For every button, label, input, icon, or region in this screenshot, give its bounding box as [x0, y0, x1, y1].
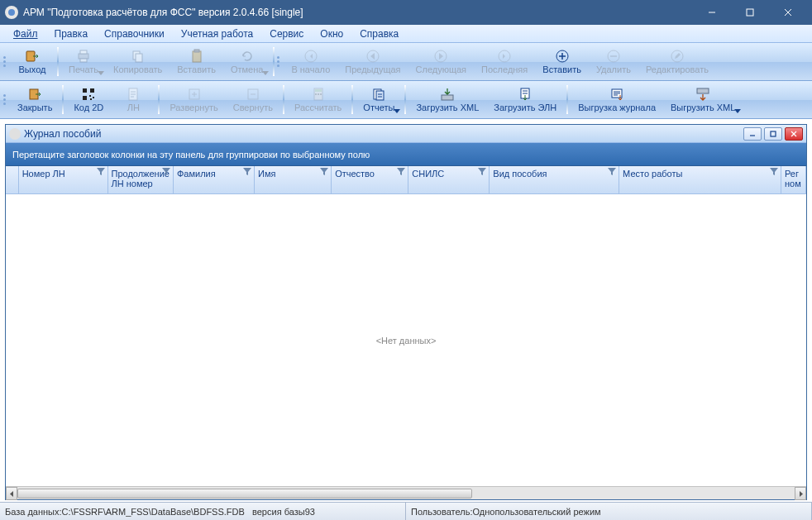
- undo-label: Отмена: [231, 64, 263, 74]
- column-header-familiya[interactable]: Фамилия: [174, 166, 255, 193]
- print-button[interactable]: Печать: [61, 45, 106, 78]
- insert-icon: [554, 49, 571, 64]
- window-maximize-button[interactable]: [731, 0, 769, 25]
- column-header-prodolzhenie[interactable]: Продолжение ЛН номер: [108, 166, 174, 193]
- window-titlebar: АРМ "Подготовка расчётов для ФСС" версия…: [0, 0, 812, 25]
- undo-icon: [239, 49, 256, 64]
- export-journal-button[interactable]: Выгрузка журнала: [571, 83, 663, 116]
- code2d-button[interactable]: Код 2D: [66, 83, 111, 116]
- svg-point-32: [315, 93, 317, 95]
- undo-button[interactable]: Отмена: [223, 45, 270, 78]
- load-eln-icon: [517, 87, 533, 102]
- svg-rect-11: [193, 51, 201, 62]
- menu-file[interactable]: Файл: [13, 28, 38, 40]
- collapse-icon: [245, 87, 261, 102]
- filter-icon[interactable]: [243, 168, 251, 176]
- first-label: В начало: [291, 64, 330, 74]
- filter-icon[interactable]: [97, 168, 105, 176]
- child-minimize-button[interactable]: [743, 127, 762, 141]
- scroll-right-button[interactable]: [795, 487, 806, 500]
- load-xml-button[interactable]: Загрузить XML: [408, 83, 486, 116]
- filter-icon[interactable]: [397, 168, 405, 176]
- column-header-imya[interactable]: Имя: [255, 166, 332, 193]
- filter-icon[interactable]: [608, 168, 616, 176]
- menu-window[interactable]: Окно: [320, 28, 343, 40]
- toolbar-journal: Закрыть Код 2D ЛН Развернуть Свернуть Ра…: [0, 81, 812, 119]
- export-xml-button[interactable]: Выгрузить XML: [663, 83, 743, 116]
- exit-icon: [24, 49, 41, 64]
- copy-button[interactable]: Копировать: [106, 45, 170, 78]
- filter-icon[interactable]: [770, 168, 778, 176]
- toolbar-grip-2[interactable]: [277, 45, 282, 78]
- child-maximize-button[interactable]: [764, 127, 782, 141]
- last-label: Последняя: [481, 64, 528, 74]
- svg-point-0: [8, 9, 15, 16]
- edit-record-button[interactable]: Редактировать: [638, 45, 716, 78]
- load-xml-label: Загрузить XML: [416, 103, 479, 112]
- group-by-panel[interactable]: Перетащите заголовок колонки на эту пане…: [6, 143, 806, 166]
- menu-edit[interactable]: Правка: [55, 28, 88, 40]
- column-header-nomer-ln[interactable]: Номер ЛН: [19, 166, 108, 193]
- insert-record-button[interactable]: Вставить: [535, 45, 589, 78]
- export-journal-label: Выгрузка журнала: [578, 103, 656, 112]
- horizontal-scrollbar[interactable]: [6, 486, 806, 499]
- load-eln-button[interactable]: Загрузить ЭЛН: [486, 83, 564, 116]
- prev-icon: [365, 49, 381, 64]
- prev-record-button[interactable]: Предыдущая: [337, 45, 408, 78]
- menu-help[interactable]: Справка: [360, 28, 399, 40]
- calculate-button[interactable]: Рассчитать: [287, 83, 349, 116]
- export-xml-label: Выгрузить XML: [671, 103, 735, 112]
- menu-refs[interactable]: Справочники: [104, 28, 165, 40]
- column-header-reg-nom[interactable]: Рег ном: [781, 166, 806, 193]
- toolbar-grip-3[interactable]: [3, 83, 8, 116]
- prev-label: Предыдущая: [345, 64, 400, 74]
- column-header-mesto-raboty[interactable]: Место работы: [619, 166, 781, 193]
- load-xml-icon: [439, 87, 456, 102]
- svg-rect-12: [194, 50, 199, 52]
- filter-icon[interactable]: [320, 168, 328, 176]
- paste-button[interactable]: Вставить: [170, 45, 223, 78]
- column-header-vid-posobiya[interactable]: Вид пособия: [490, 166, 619, 193]
- grid-column-headers: Номер ЛН Продолжение ЛН номер Фамилия Им…: [6, 166, 806, 194]
- svg-rect-25: [93, 97, 94, 98]
- first-record-button[interactable]: В начало: [284, 45, 337, 78]
- next-record-button[interactable]: Следующая: [408, 45, 475, 78]
- copy-label: Копировать: [113, 64, 162, 74]
- svg-rect-31: [315, 89, 322, 92]
- reports-button[interactable]: Отчеты: [356, 83, 402, 116]
- menu-acct[interactable]: Учетная работа: [181, 28, 253, 40]
- expand-icon: [186, 87, 203, 102]
- expand-button[interactable]: Развернуть: [162, 83, 225, 116]
- export-xml-icon: [695, 87, 711, 102]
- filter-icon[interactable]: [162, 168, 170, 176]
- collapse-button[interactable]: Свернуть: [226, 83, 280, 116]
- menu-service[interactable]: Сервис: [270, 28, 303, 40]
- scroll-left-button[interactable]: [6, 487, 17, 500]
- exit-button[interactable]: Выход: [10, 45, 55, 78]
- ln-button[interactable]: ЛН: [111, 83, 155, 116]
- filter-icon[interactable]: [478, 168, 486, 176]
- close-tab-button[interactable]: Закрыть: [10, 83, 60, 116]
- svg-rect-40: [697, 88, 709, 93]
- row-indicator-header[interactable]: [6, 166, 19, 193]
- svg-rect-21: [83, 88, 87, 93]
- collapse-label: Свернуть: [233, 103, 273, 112]
- last-record-button[interactable]: Последняя: [474, 45, 535, 78]
- reports-icon: [370, 87, 387, 102]
- column-header-otchestvo[interactable]: Отчество: [332, 166, 408, 193]
- export-journal-icon: [609, 87, 625, 102]
- scroll-thumb[interactable]: [17, 489, 472, 499]
- window-close-button[interactable]: [769, 0, 807, 25]
- paste-icon: [189, 49, 205, 64]
- last-icon: [496, 49, 513, 64]
- delete-record-button[interactable]: Удалить: [589, 45, 638, 78]
- grid-body[interactable]: <Нет данных>: [6, 194, 806, 486]
- toolbar-grip[interactable]: [3, 45, 8, 78]
- copy-icon: [130, 49, 146, 64]
- column-header-snils[interactable]: СНИЛС: [408, 166, 490, 193]
- status-database: База данных: C:\FSSRF\ARM_FSS\DataBase\B…: [0, 503, 406, 520]
- window-title: АРМ "Подготовка расчётов для ФСС" версия…: [23, 7, 693, 18]
- svg-rect-7: [80, 50, 87, 54]
- window-minimize-button[interactable]: [693, 0, 731, 25]
- child-close-button[interactable]: [785, 127, 803, 141]
